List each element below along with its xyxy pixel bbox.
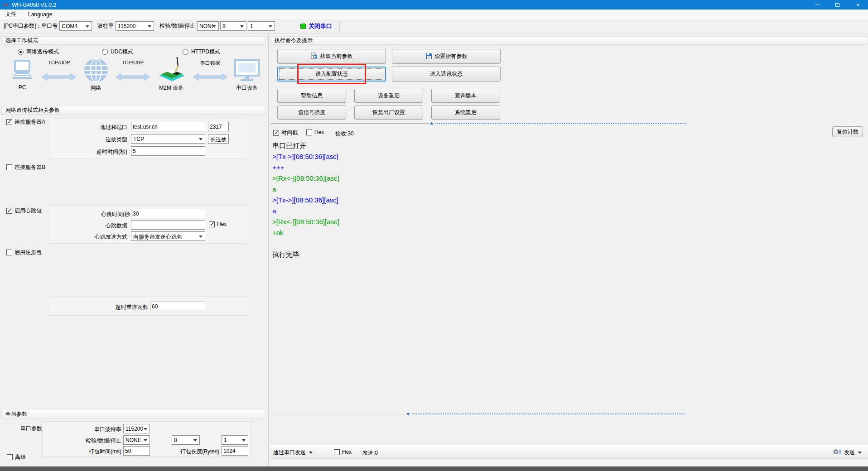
pack-len-input[interactable] xyxy=(222,446,248,456)
app-logo-icon xyxy=(3,2,9,8)
reset-count-button[interactable]: 复位计数 xyxy=(832,126,863,137)
minimize-button[interactable] xyxy=(807,0,827,10)
main-area: 选择工作模式 网络透传模式 UDC模式 HTTPD模式 xyxy=(0,34,868,466)
checkbox-register[interactable]: 启用注册包 xyxy=(6,249,42,256)
checkbox-timestamp[interactable]: 时间戳 xyxy=(273,129,298,137)
log-splitter-bottom[interactable] xyxy=(270,412,868,417)
titlebar: WH-G405tf V1.0.2 × xyxy=(0,0,868,10)
enter-comm-button[interactable]: 进入通讯状态 xyxy=(392,67,501,82)
query-signal-button[interactable]: 查信号强度 xyxy=(277,106,346,120)
set-params-button[interactable]: 设置所有参数 xyxy=(392,49,501,64)
checkbox-advanced[interactable]: 高级 xyxy=(7,453,26,461)
chevron-down-icon xyxy=(858,452,862,454)
net-params-group: 网络透传模式相关参数 连接服务器A 地址和端口 连接类型 TCP 长连接 超时时… xyxy=(1,106,266,407)
log-line: >[Tx->][08:50:36][asc] xyxy=(272,195,863,206)
conn-type-select[interactable]: TCP xyxy=(131,134,205,144)
pane-splitter[interactable] xyxy=(268,34,269,466)
splitter-collapse-up-icon xyxy=(430,122,434,125)
checkbox-icon xyxy=(306,130,312,135)
monitor-icon xyxy=(234,57,260,82)
factory-reset-button[interactable]: 恢复出厂设置 xyxy=(354,106,423,120)
reconnect-panel: 超时重连次数 xyxy=(49,297,247,316)
close-port-control[interactable]: 关闭串口 xyxy=(275,22,332,30)
speaker-icon xyxy=(833,448,841,457)
enter-config-button[interactable]: 进入配置状态 xyxy=(277,67,386,82)
get-params-button[interactable]: 获取当前参数 xyxy=(277,49,386,64)
heartbeat-data-input[interactable] xyxy=(131,220,205,230)
conn-mode-select[interactable]: 长连接 xyxy=(208,134,229,144)
laptop-icon xyxy=(9,57,35,82)
parity-label: 检验/数据/停止 xyxy=(159,22,195,30)
heartbeat-time-input[interactable] xyxy=(131,209,205,218)
server-a-port-input[interactable] xyxy=(208,122,229,131)
log-line: +ok xyxy=(272,227,863,238)
addr-port-label: 地址和端口 xyxy=(49,124,127,131)
work-mode-caption: 选择工作模式 xyxy=(1,36,266,45)
global-databits-select[interactable]: 8 xyxy=(172,435,200,445)
server-a-address-input[interactable] xyxy=(131,122,205,131)
baud-select[interactable]: 115200 xyxy=(116,21,154,31)
checkbox-recv-hex[interactable]: Hex xyxy=(306,129,324,135)
menu-file[interactable]: 文件 xyxy=(4,10,18,19)
command-row-2: 进入配置状态 进入通讯状态 xyxy=(277,67,501,82)
checkbox-heartbeat-hex[interactable]: Hex xyxy=(209,221,227,227)
reconnect-input[interactable] xyxy=(150,302,205,311)
radio-udc-mode[interactable]: UDC模式 xyxy=(102,48,133,56)
send-input-area[interactable] xyxy=(270,418,868,444)
checkbox-server-b[interactable]: 连接服务器B xyxy=(6,163,45,171)
status-strip xyxy=(270,458,868,466)
parity-select[interactable]: NONI xyxy=(197,21,219,31)
m2m-device-icon xyxy=(156,57,186,82)
query-version-button[interactable]: 查询版本 xyxy=(431,89,500,103)
global-baud-select[interactable]: 115200 xyxy=(123,424,150,433)
checkbox-icon xyxy=(6,250,12,255)
checkbox-icon xyxy=(6,164,12,170)
log-output[interactable]: 串口已打开>[Tx->][08:50:36][asc]+++>[Rx<-][08… xyxy=(272,140,863,412)
double-arrow-icon xyxy=(115,72,150,82)
radio-net-transparent-mode[interactable]: 网络透传模式 xyxy=(18,48,59,56)
serial-toolbar: [PC串口参数]：串口号 COM4 波特率 115200 检验/数据/停止 NO… xyxy=(0,19,868,34)
splitter-groove xyxy=(270,414,405,415)
checkbox-heartbeat[interactable]: 启用心跳包 xyxy=(6,207,42,215)
splitter-dotted-handle xyxy=(412,413,685,414)
global-stopbits-select[interactable]: 1 xyxy=(222,435,248,445)
device-restart-button[interactable]: 设备重启 xyxy=(354,89,423,103)
pack-len-label: 打包长度(Bytes) xyxy=(142,448,219,456)
diagram-node-pc: PC xyxy=(6,57,39,91)
checkbox-icon xyxy=(209,221,215,227)
checkbox-server-a[interactable]: 连接服务器A xyxy=(6,118,45,126)
send-button[interactable]: 发送 xyxy=(833,448,862,457)
recv-count: 接收:30 xyxy=(335,130,354,138)
baud-label: 波特率 xyxy=(97,22,114,30)
checkbox-icon xyxy=(6,119,12,125)
pack-time-label: 打包时间(ms) xyxy=(43,448,121,456)
chevron-down-icon xyxy=(309,452,313,454)
global-parity-select[interactable]: NONE xyxy=(123,435,150,445)
log-splitter-top[interactable] xyxy=(270,121,868,126)
splitter-collapse-down-icon xyxy=(406,413,410,416)
log-line: a xyxy=(272,206,863,216)
command-row-1: 获取当前参数 设置所有参数 xyxy=(277,49,501,64)
send-via-serial-dropdown[interactable]: 通过串口发送 xyxy=(273,449,313,457)
command-row-4: 查信号强度 恢复出厂设置 系统重启 xyxy=(277,106,500,120)
system-restart-button[interactable]: 系统重启 xyxy=(431,106,500,120)
timeout-input[interactable] xyxy=(131,146,205,156)
menu-language[interactable]: Language xyxy=(26,10,54,19)
close-button[interactable]: × xyxy=(848,0,868,10)
log-line: >[Rx<-][08:50:36][asc] xyxy=(272,216,863,227)
help-info-button[interactable]: 帮助信息 xyxy=(277,89,346,103)
heartbeat-mode-select[interactable]: 向服务器发送心跳包 xyxy=(131,231,205,241)
diagram-link-tcp2: TCP/UDP xyxy=(112,57,154,82)
search-doc-icon xyxy=(311,53,318,61)
maximize-button[interactable] xyxy=(827,0,848,10)
heartbeat-data-label: 心跳数据 xyxy=(49,222,127,230)
stopbits-select[interactable]: 1 xyxy=(248,21,275,31)
com-port-select[interactable]: COM4 xyxy=(59,21,92,31)
close-port-label: 关闭串口 xyxy=(309,22,332,30)
settings-pane: 选择工作模式 网络透传模式 UDC模式 HTTPD模式 xyxy=(0,34,267,466)
radio-httpd-mode[interactable]: HTTPD模式 xyxy=(183,48,220,56)
radio-icon xyxy=(18,49,24,55)
databits-select[interactable]: 8 xyxy=(220,21,246,31)
window-title: WH-G405tf V1.0.2 xyxy=(12,2,56,8)
checkbox-send-hex[interactable]: Hex xyxy=(334,449,352,455)
